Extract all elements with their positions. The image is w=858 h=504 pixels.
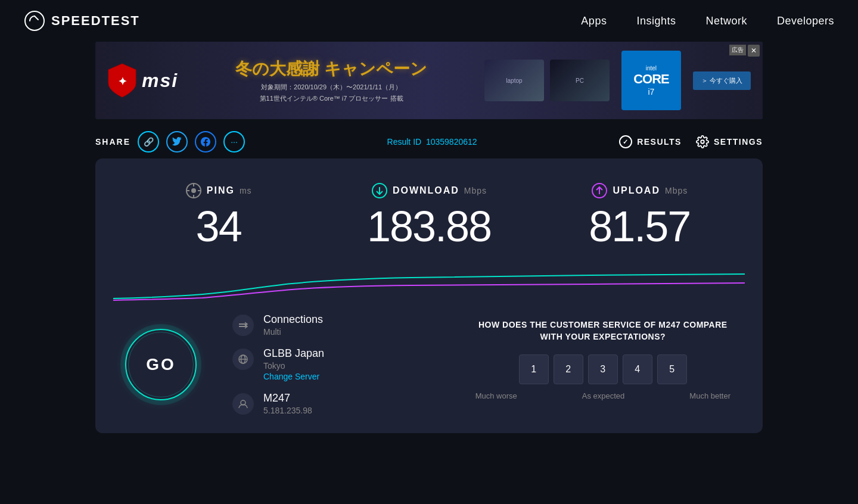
intel-core-label: CORE: [633, 71, 669, 87]
twitter-share-icon[interactable]: [166, 131, 188, 153]
ad-label: 広告: [729, 45, 746, 55]
rating-section: HOW DOES THE CUSTOMER SERVICE OF M247 CO…: [461, 313, 745, 415]
host-row: M247 5.181.235.98: [232, 392, 449, 415]
buy-button[interactable]: ＞ 今すぐ購入: [693, 71, 751, 90]
result-id-value[interactable]: 10359820612: [426, 137, 477, 147]
connections-label: Connections: [263, 313, 323, 326]
rating-question: HOW DOES THE CUSTOMER SERVICE OF M247 CO…: [473, 319, 733, 343]
ping-value: 34: [125, 205, 312, 248]
intel-label: intel: [646, 65, 657, 71]
share-left: SHARE 🔗 ···: [95, 131, 245, 153]
results-button[interactable]: ✓ RESULTS: [619, 135, 682, 148]
ad-banner: ✦ msi 冬の大感謝 キャンペーン 対象期間：2020/10/29（木）〜20…: [95, 42, 763, 119]
nav-insights[interactable]: Insights: [636, 15, 676, 27]
main-card: PING ms 34 DOWNLOAD Mbps 183.88: [95, 158, 763, 433]
download-metric: DOWNLOAD Mbps 183.88: [324, 176, 534, 254]
upload-label: UPLOAD: [613, 185, 660, 196]
intel-i7-label: i7: [648, 87, 654, 97]
nav-network[interactable]: Network: [705, 15, 747, 27]
facebook-share-icon[interactable]: [195, 131, 216, 153]
svg-point-5: [191, 188, 196, 193]
server-content: GLBB Japan Tokyo Change Server: [263, 347, 324, 381]
rating-buttons: 1 2 3 4 5: [473, 354, 733, 384]
result-id-label: Result ID: [387, 137, 422, 147]
msi-logo: ✦ msi: [107, 63, 178, 98]
server-info: Connections Multi GLBB Japan Tokyo Chang…: [220, 313, 449, 415]
change-server-link[interactable]: Change Server: [263, 372, 324, 381]
go-text: GO: [146, 355, 176, 374]
share-right: ✓ RESULTS SETTINGS: [619, 135, 763, 148]
server-name: GLBB Japan: [263, 347, 324, 360]
result-id: Result ID 10359820612: [387, 137, 477, 147]
rating-label-expected: As expected: [582, 391, 625, 400]
rating-label-better: Much better: [689, 391, 730, 400]
connections-row: Connections Multi: [232, 313, 449, 337]
gear-icon: [696, 135, 709, 148]
ad-images: laptop PC: [484, 60, 610, 101]
results-label: RESULTS: [637, 137, 682, 147]
host-name: M247: [263, 392, 312, 405]
rating-btn-5[interactable]: 5: [657, 354, 687, 384]
nav-developers[interactable]: Developers: [777, 15, 834, 27]
settings-label: SETTINGS: [714, 137, 763, 147]
ad-close-button[interactable]: ✕: [748, 45, 760, 57]
svg-text:✦: ✦: [118, 76, 127, 88]
ad-japanese-main-text: 冬の大感謝 キャンペーン: [190, 58, 472, 80]
connections-icon: [232, 315, 254, 336]
connections-value: Multi: [263, 327, 323, 337]
connections-content: Connections Multi: [263, 313, 323, 337]
speed-chart: [113, 266, 745, 301]
link-share-icon[interactable]: 🔗: [138, 131, 159, 153]
metrics-row: PING ms 34 DOWNLOAD Mbps 183.88: [113, 176, 745, 254]
intel-badge: intel CORE i7: [621, 51, 681, 110]
ping-unit: ms: [240, 186, 252, 195]
server-location: Tokyo: [263, 361, 324, 371]
more-share-icon[interactable]: ···: [223, 131, 245, 153]
ping-label: PING: [207, 185, 235, 196]
nav-apps[interactable]: Apps: [581, 15, 607, 27]
download-value: 183.88: [335, 205, 522, 248]
ad-japanese-content: 冬の大感謝 キャンペーン 対象期間：2020/10/29（木）〜2021/1/1…: [190, 58, 472, 103]
ad-desktop-image: PC: [550, 60, 610, 101]
rating-btn-4[interactable]: 4: [623, 354, 652, 384]
ad-laptop-image: laptop: [484, 60, 544, 101]
go-area: GO: [113, 313, 209, 415]
download-label: DOWNLOAD: [393, 185, 459, 196]
svg-line-1: [35, 16, 38, 20]
go-button[interactable]: GO: [125, 329, 197, 400]
msi-shield-icon: ✦: [107, 63, 137, 98]
rating-btn-2[interactable]: 2: [554, 354, 583, 384]
download-unit: Mbps: [464, 186, 487, 195]
msi-brand-text: msi: [142, 70, 178, 92]
upload-icon: [591, 182, 608, 199]
server-globe-icon: [232, 349, 254, 370]
host-ip: 5.181.235.98: [263, 406, 312, 415]
share-label: SHARE: [95, 137, 130, 147]
logo[interactable]: SPEEDTEST: [24, 10, 140, 32]
bottom-section: GO Connections Multi: [113, 301, 745, 433]
host-icon: [232, 393, 254, 415]
ad-japanese-sub1: 対象期間：2020/10/29（木）〜2021/1/11（月）: [190, 83, 472, 92]
main-nav: Apps Insights Network Developers: [581, 15, 834, 27]
settings-button[interactable]: SETTINGS: [696, 135, 763, 148]
logo-text: SPEEDTEST: [51, 13, 140, 29]
upload-metric: UPLOAD Mbps 81.57: [534, 176, 745, 254]
ad-japanese-sub2: 第11世代インテル® Core™ i7 プロセッサー 搭載: [190, 94, 472, 103]
server-row: GLBB Japan Tokyo Change Server: [232, 347, 449, 381]
share-bar: SHARE 🔗 ··· Result ID 10359820612 ✓ RESU…: [95, 131, 763, 153]
upload-value: 81.57: [546, 205, 733, 248]
svg-point-3: [701, 140, 704, 144]
rating-btn-1[interactable]: 1: [519, 354, 549, 384]
rating-label-worse: Much worse: [475, 391, 517, 400]
ping-icon: [185, 182, 202, 199]
download-icon: [371, 182, 388, 199]
speedtest-logo-icon: [24, 10, 45, 32]
upload-unit: Mbps: [665, 186, 688, 195]
rating-labels: Much worse As expected Much better: [473, 391, 733, 400]
ping-metric: PING ms 34: [113, 176, 324, 254]
header: SPEEDTEST Apps Insights Network Develope…: [0, 0, 858, 42]
host-content: M247 5.181.235.98: [263, 392, 312, 415]
rating-btn-3[interactable]: 3: [588, 354, 618, 384]
svg-point-0: [25, 11, 44, 30]
check-circle-icon: ✓: [619, 135, 632, 148]
